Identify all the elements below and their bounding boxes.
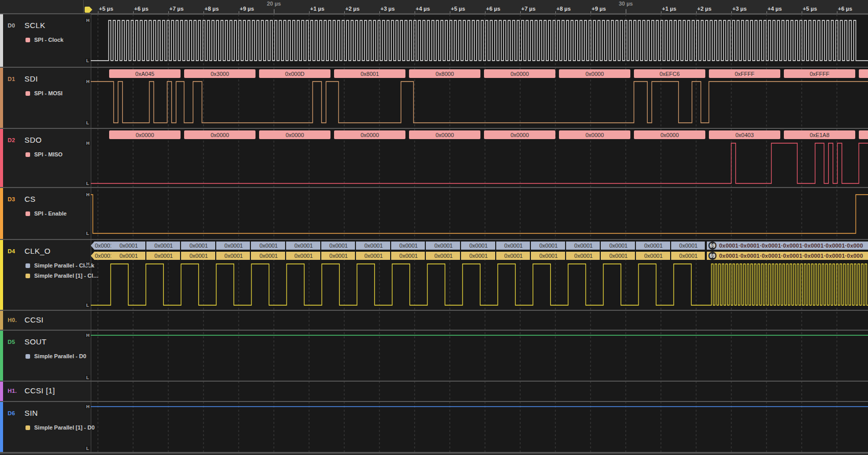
row-separator (0, 187, 868, 188)
data-bubble[interactable]: 0x0000 (484, 130, 555, 139)
condensed-bubbles[interactable]: 690x0001·0x0001·0x0001·0x0001·0x0001·0x0… (707, 252, 868, 260)
data-bubble[interactable]: 0x0000 (634, 130, 705, 139)
data-bubble[interactable]: 0x0001 (391, 252, 426, 260)
data-bubble[interactable]: 0x0001 (286, 242, 321, 250)
data-bubble[interactable]: 0x0001 (531, 242, 566, 250)
row-separator (0, 67, 868, 68)
waveform-SCLK (91, 20, 868, 61)
data-bubble[interactable]: 0x0000 (484, 69, 555, 78)
high-level-mark: H (85, 404, 91, 409)
data-bubble[interactable]: 0x0403 (709, 130, 780, 139)
waveform-SDO (91, 143, 868, 183)
data-bubble[interactable]: 0x0001 (286, 252, 321, 260)
data-bubble[interactable]: 0x0000 (559, 69, 630, 78)
data-bubble[interactable]: 0x000D (259, 69, 330, 78)
data-bubble-partial[interactable] (859, 130, 868, 139)
data-bubble[interactable]: 0xFFFF (784, 69, 855, 78)
row-separator (0, 128, 868, 129)
data-bubble[interactable]: 0x0001 (216, 252, 251, 260)
data-bubble[interactable]: 0x0001 (461, 242, 496, 250)
row-separator (0, 13, 868, 14)
waveform-CLK_O (91, 264, 868, 305)
data-bubble-partial[interactable] (859, 69, 868, 78)
condensed-count-badge: 69 (708, 242, 717, 250)
data-bubble[interactable]: 0x0001 (671, 242, 706, 250)
data-bubble[interactable]: 0x0001 (601, 252, 636, 260)
data-bubble[interactable]: 0x0001 (566, 252, 601, 260)
waveform-SDI (91, 82, 868, 123)
row-separator (0, 381, 868, 382)
data-bubble[interactable]: 0x0001 (251, 252, 286, 260)
high-level-mark: H (85, 79, 91, 84)
data-bubble[interactable]: 0x0001 (146, 242, 182, 250)
data-bubble[interactable]: 0x0000 (259, 130, 330, 139)
low-level-mark: L (85, 446, 90, 451)
high-level-mark: H (85, 333, 91, 338)
condensed-values: 0x0001·0x0001·0x0001·0x0001·0x0001·0x000… (719, 243, 863, 249)
low-level-mark: L (85, 303, 90, 308)
data-bubble[interactable]: 0x0001 (496, 242, 531, 250)
data-bubble[interactable]: 0x0001 (181, 242, 216, 250)
low-level-mark: L (85, 58, 90, 63)
data-bubble[interactable]: 0x0001 (251, 242, 286, 250)
data-bubble[interactable]: 0x0001 (111, 252, 146, 260)
data-bubble[interactable]: 0xEFC6 (634, 69, 705, 78)
low-level-mark: L (85, 181, 90, 186)
data-bubble[interactable]: 0x0001 (566, 242, 601, 250)
data-bubble[interactable]: 0x0001 (601, 242, 636, 250)
high-level-mark: H (85, 141, 91, 146)
low-level-mark: L (85, 375, 90, 380)
waveform-CS (91, 195, 868, 233)
data-bubble[interactable]: 0x0001 (426, 252, 461, 260)
data-bubble[interactable]: 0x0001 (111, 242, 146, 250)
data-bubble[interactable]: 0x0001 (496, 252, 531, 260)
data-bubble[interactable]: 0x0001 (181, 252, 216, 260)
data-bubble[interactable]: 0x0001 (321, 242, 356, 250)
data-bubble[interactable]: 0x0001 (671, 252, 706, 260)
data-bubble[interactable]: 0x0001 (216, 242, 251, 250)
data-bubble[interactable]: 0x0001 (356, 242, 391, 250)
data-bubble[interactable]: 0x0000 (184, 130, 256, 139)
data-bubble[interactable]: 0x3000 (184, 69, 256, 78)
row-separator (0, 310, 868, 311)
data-bubble[interactable]: 0x8001 (334, 69, 405, 78)
data-bubble[interactable]: 0x0001 (636, 252, 671, 260)
data-bubble[interactable]: 0x0000 (109, 130, 181, 139)
condensed-bubbles[interactable]: 690x0001·0x0001·0x0001·0x0001·0x0001·0x0… (707, 242, 868, 250)
data-bubble[interactable]: 0xA045 (109, 69, 181, 78)
data-bubble[interactable]: 0x0001 (636, 242, 671, 250)
data-bubble[interactable]: 0x0001 (391, 242, 426, 250)
high-level-mark: H (85, 192, 91, 197)
logic-analyzer-capture-view: +5 µs+6 µs+7 µs+8 µs+9 µs20 µs+1 µs+2 µs… (0, 0, 868, 455)
row-separator (0, 239, 868, 240)
low-level-mark: L (85, 120, 90, 125)
data-bubble[interactable]: 0x0000 (409, 130, 480, 139)
data-bubble[interactable]: 0xE1A8 (784, 130, 855, 139)
data-bubble[interactable]: 0x0001 (461, 252, 496, 260)
high-level-mark: H (85, 261, 91, 266)
data-bubble[interactable]: 0x0001 (356, 252, 391, 260)
low-level-mark: L (85, 231, 90, 236)
row-separator (0, 452, 868, 453)
row-separator (0, 330, 868, 331)
data-bubble[interactable]: 0x0001 (321, 252, 356, 260)
high-level-mark: H (85, 18, 91, 23)
data-bubble[interactable]: 0x0000 (334, 130, 405, 139)
condensed-values: 0x0001·0x0001·0x0001·0x0001·0x0001·0x000… (719, 253, 863, 259)
condensed-count-badge: 69 (708, 252, 717, 260)
row-separator (0, 401, 868, 402)
data-bubble[interactable]: 0x8000 (409, 69, 480, 78)
data-bubble[interactable]: 0x0001 (426, 242, 461, 250)
data-bubble[interactable]: 0x0001 (146, 252, 182, 260)
data-bubble[interactable]: 0x0001 (531, 252, 566, 260)
data-bubble[interactable]: 0x0000 (559, 130, 630, 139)
waveform-canvas[interactable] (0, 0, 868, 455)
data-bubble[interactable]: 0xFFFF (709, 69, 780, 78)
